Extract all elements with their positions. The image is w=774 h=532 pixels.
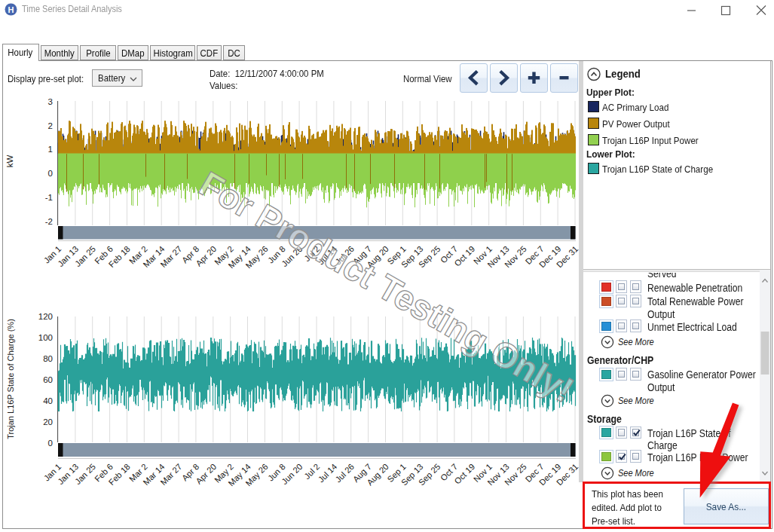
svg-text:80: 80 <box>43 354 53 363</box>
svg-text:-1: -1 <box>45 193 53 202</box>
svg-text:1: 1 <box>48 145 53 154</box>
svg-text:0: 0 <box>48 169 53 178</box>
svg-text:3: 3 <box>48 97 53 106</box>
svg-text:-2: -2 <box>45 217 53 226</box>
svg-text:See More: See More <box>618 396 654 406</box>
svg-text:0: 0 <box>48 439 53 448</box>
svg-text:100: 100 <box>38 333 53 342</box>
svg-text:kW: kW <box>5 155 14 168</box>
svg-text:20: 20 <box>43 417 53 427</box>
svg-text:Trojan L16P State of Charge (%: Trojan L16P State of Charge (%) <box>6 319 15 439</box>
svg-text:60: 60 <box>43 375 53 384</box>
svg-text:See More: See More <box>618 468 654 478</box>
svg-text:120: 120 <box>38 312 53 321</box>
svg-text:See More: See More <box>618 337 654 347</box>
svg-text:40: 40 <box>43 396 53 405</box>
svg-text:2: 2 <box>48 121 53 130</box>
svg-text:Jul 14: Jul 14 <box>317 462 339 485</box>
svg-text:Jul 26: Jul 26 <box>334 462 356 485</box>
